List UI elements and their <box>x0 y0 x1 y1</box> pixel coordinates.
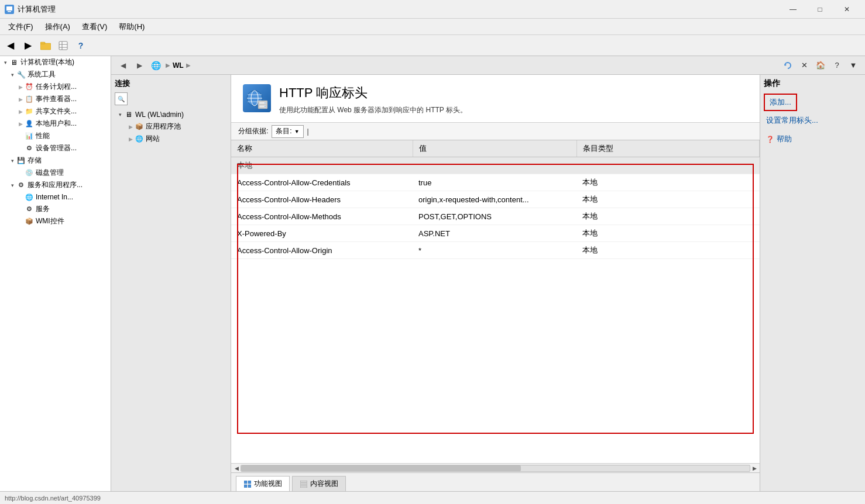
back-button[interactable]: ◀ <box>2 37 19 54</box>
svg-rect-21 <box>244 481 247 484</box>
groupby-value: 条目: <box>276 126 291 136</box>
menu-action[interactable]: 操作(A) <box>39 19 76 34</box>
tree-item-event[interactable]: ▶ 📋 事件查看器... <box>0 93 111 105</box>
tree-item-storage[interactable]: ▾ 💾 存储 <box>0 154 111 167</box>
tab-content-label: 内容视图 <box>310 479 338 489</box>
conn-item-label: 应用程序池 <box>146 122 181 132</box>
h-scroll-right[interactable]: ▶ <box>750 465 758 472</box>
tree-item-system[interactable]: ▾ 🔧 系统工具 <box>0 68 111 81</box>
server-icon: 🖥 <box>124 110 133 119</box>
set-common-headers-action[interactable]: 设置常用标头... <box>764 113 861 127</box>
table-button[interactable] <box>55 37 71 54</box>
feature-view-icon <box>243 480 252 488</box>
h-scrollbar-thumb[interactable] <box>241 465 521 471</box>
refresh-button[interactable] <box>781 59 795 72</box>
users-icon: 👤 <box>25 119 34 129</box>
tree-item-task[interactable]: ▶ ⏰ 任务计划程... <box>0 81 111 93</box>
nav-back-button[interactable]: ◀ <box>116 59 130 72</box>
tree-item-label: 任务计划程... <box>36 82 77 92</box>
tree-item-root[interactable]: ▾ 🖥 计算机管理(本地) <box>0 56 111 68</box>
svg-rect-5 <box>40 42 45 44</box>
tree-item-label: Internet In... <box>36 193 73 201</box>
tools-icon: 🔧 <box>16 70 26 80</box>
feature-icon <box>243 84 271 112</box>
cell-type: 本地 <box>576 225 760 242</box>
content-area: HTTP 响应标头 使用此功能配置从 Web 服务器添加到响应中的 HTTP 标… <box>231 75 760 491</box>
home-button[interactable]: 🏠 <box>813 59 828 72</box>
share-icon: 📁 <box>25 107 34 116</box>
h-scroll-left[interactable]: ◀ <box>232 465 241 472</box>
svc-icon: ⚙ <box>25 205 34 214</box>
svg-rect-22 <box>248 481 251 484</box>
table-row[interactable]: X-Powered-By ASP.NET 本地 <box>231 225 760 242</box>
tab-feature-view[interactable]: 功能视图 <box>236 476 290 491</box>
stop-button[interactable]: ✕ <box>797 59 811 72</box>
conn-tree-apppool[interactable]: ▶ 📦 应用程序池 <box>115 120 227 133</box>
h-scrollbar: ◀ ▶ <box>231 463 760 472</box>
table-row[interactable]: Access-Control-Allow-Headers origin,x-re… <box>231 191 760 208</box>
cell-type: 本地 <box>576 242 760 259</box>
tree-item-share[interactable]: ▶ 📁 共享文件夹... <box>0 105 111 118</box>
tree-item-svc[interactable]: ⚙ 服务 <box>0 203 111 215</box>
app-icon <box>5 5 14 14</box>
content-view-icon <box>300 480 308 488</box>
svg-point-20 <box>265 106 266 107</box>
table-row[interactable]: Access-Control-Allow-Methods POST,GET,OP… <box>231 208 760 225</box>
filter-icon[interactable]: 🔍 <box>115 92 128 105</box>
apppool-icon: 📦 <box>135 122 144 132</box>
table-container[interactable]: 名称 值 条目类型 本地 Access-Control-Allow-Creden… <box>231 140 760 463</box>
expand-icon <box>16 144 25 153</box>
cell-value: * <box>413 242 576 259</box>
minimize-button[interactable]: — <box>780 0 806 19</box>
nav-forward-button[interactable]: ▶ <box>132 59 146 72</box>
h-scrollbar-track[interactable] <box>241 465 750 472</box>
status-text: http://blog.csdn.net/art_40975399 <box>5 495 101 502</box>
help-icon: ❓ <box>766 135 774 143</box>
conn-tree-wl[interactable]: ▾ 🖥 WL (WL\admin) <box>115 109 227 120</box>
nav-more-button[interactable]: ▼ <box>846 59 860 72</box>
conn-tree-website[interactable]: ▶ 🌐 网站 <box>115 133 227 145</box>
breadcrumb-arrow2: ▶ <box>186 62 191 68</box>
table-row[interactable]: Access-Control-Allow-Credentials true 本地 <box>231 174 760 191</box>
tree-item-label: 事件查看器... <box>36 94 77 104</box>
tree-item-perf[interactable]: 📊 性能 <box>0 130 111 142</box>
close-button[interactable]: ✕ <box>833 0 860 19</box>
maximize-button[interactable]: □ <box>806 0 833 19</box>
title-bar: 计算机管理 — □ ✕ <box>0 0 865 19</box>
tree-item-label: 设备管理器... <box>36 143 77 153</box>
svg-rect-3 <box>40 43 51 50</box>
breadcrumb-arrow: ▶ <box>166 62 170 68</box>
tree-item-device[interactable]: ⚙ 设备管理器... <box>0 142 111 154</box>
iis-icon: 🌐 <box>25 192 34 202</box>
menu-file[interactable]: 文件(F) <box>2 19 39 34</box>
tree-item-services[interactable]: ▾ ⚙ 服务和应用程序... <box>0 179 111 191</box>
event-icon: 📋 <box>25 95 34 104</box>
expand-icon: ▶ <box>16 83 25 91</box>
cell-name: Access-Control-Allow-Credentials <box>231 174 413 191</box>
tree-item-label: 本地用户和... <box>36 119 77 129</box>
menu-view[interactable]: 查看(V) <box>76 19 113 34</box>
tree-item-iis[interactable]: 🌐 Internet In... <box>0 191 111 203</box>
window-title: 计算机管理 <box>18 4 780 15</box>
tree-item-users[interactable]: ▶ 👤 本地用户和... <box>0 118 111 130</box>
groupby-select[interactable]: 条目: ▼ <box>272 125 303 138</box>
add-action[interactable]: 添加... <box>765 95 796 110</box>
svg-point-19 <box>265 102 266 103</box>
expand-icon: ▾ <box>8 71 16 79</box>
help-button[interactable]: ? <box>73 37 89 54</box>
forward-button[interactable]: ▶ <box>20 37 36 54</box>
menu-help[interactable]: 帮助(H) <box>113 19 150 34</box>
tree-item-label: WMI控件 <box>36 216 64 226</box>
folder-button[interactable] <box>37 37 54 54</box>
tree-item-wmi[interactable]: 📦 WMI控件 <box>0 215 111 227</box>
expand-icon: ▶ <box>126 123 135 131</box>
col-type: 条目类型 <box>576 140 760 157</box>
tab-content-view[interactable]: 内容视图 <box>292 476 346 491</box>
help-nav-button[interactable]: ? <box>830 59 844 72</box>
help-action[interactable]: ❓ 帮助 <box>764 132 861 146</box>
middle-inner: 连接 🔍 ▾ 🖥 WL (WL\admin) ▶ 📦 应用程序池 ▶ <box>111 75 865 491</box>
expand-icon: ▾ <box>8 181 16 189</box>
tree-item-disk[interactable]: 💿 磁盘管理 <box>0 167 111 179</box>
group-label: 本地 <box>237 161 252 170</box>
table-row[interactable]: Access-Control-Allow-Origin * 本地 <box>231 242 760 259</box>
